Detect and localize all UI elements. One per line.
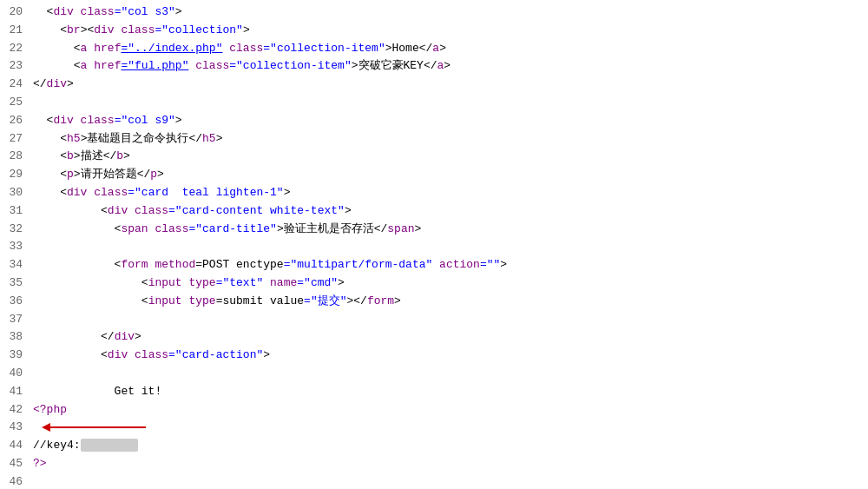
code-view: 20 <div class="col s3">21 <br><div class… [0,0,868,489]
line-content: </div> [33,76,868,94]
code-token: ="cmd" [297,276,338,289]
code-token: ="ful.php" [121,59,188,72]
code-token: < [33,5,53,18]
code-token: div [108,204,128,217]
code-token: < [33,59,81,72]
code-token: ="collection-item" [263,42,385,55]
code-token: input [148,276,182,289]
line-number: 21 [0,22,33,40]
code-line: 23 <a href="ful.php" class="collection-i… [0,57,868,76]
code-token: br [67,23,81,36]
code-token: < [33,204,108,217]
code-token: >描述</ [74,149,116,162]
code-token: class [222,42,263,55]
code-line: 41 Get it! [0,383,868,401]
line-number: 46 [0,473,33,489]
code-token: > [444,59,450,72]
code-token: ="../index.php" [121,42,222,55]
line-number: 37 [0,311,33,329]
code-token: a [432,42,439,55]
code-token: > [338,276,345,289]
line-number: 38 [0,328,33,347]
code-token: p [150,168,157,181]
code-token: div [53,114,73,127]
line-content: <a href="ful.php" class="collection-item… [33,57,868,76]
line-number: 23 [0,57,33,76]
line-number: 22 [0,40,33,58]
code-token: h5 [202,132,216,145]
red-arrow-icon [42,420,155,435]
line-number: 36 [0,293,33,311]
line-content: <br><div class="collection"> [33,22,868,40]
line-content: <p>请开始答题</p> [33,166,868,184]
line-content: </div> [33,328,868,347]
line-number: 31 [0,202,33,221]
line-number: 42 [0,401,33,420]
code-token: class [74,114,115,127]
code-line: 29 <p>请开始答题</p> [0,166,868,184]
code-token: div [67,186,87,199]
line-content: <div class="col s9"> [33,112,868,130]
code-line: 25 [0,94,868,112]
code-token: > [175,114,182,127]
code-token: method [148,258,196,271]
code-token: < [33,348,108,361]
code-token: class [115,23,155,36]
code-token: >请开始答题</ [74,168,150,181]
code-token: > [345,204,352,217]
line-number: 20 [0,3,33,22]
code-line: 46 [0,473,868,489]
line-number: 26 [0,112,33,130]
code-token: > [135,330,141,343]
line-number: 34 [0,256,33,274]
line-content: <div class="card teal lighten-1"> [33,184,868,202]
code-line: 20 <div class="col s3"> [0,3,868,22]
code-token: href [87,59,121,72]
code-token: ="col s3" [115,5,175,18]
code-token: > [500,258,507,271]
svg-marker-1 [42,423,50,432]
code-line: 24</div> [0,76,868,94]
code-token: div [115,330,135,343]
code-token: b [116,149,123,162]
code-token: >突破它豪KEY</ [352,59,437,72]
code-token: name [263,276,297,289]
code-token: </ [33,77,47,90]
code-token: input [148,294,182,307]
line-content: <div class="card-content white-text"> [33,202,868,221]
code-token: php [47,403,67,416]
code-token: >< [81,23,95,36]
line-content: <input type=submit value="提交"></form> [33,293,868,311]
code-token: =POST enctype [195,258,283,271]
line-number: 35 [0,274,33,293]
code-token: b [67,149,74,162]
code-line: 36 <input type=submit value="提交"></form> [0,293,868,311]
code-line: 27 <h5>基础题目之命令执行</h5> [0,130,868,149]
code-line: 43 [0,419,868,437]
line-content: ?> [33,455,868,473]
line-content: Get it! [33,383,868,401]
line-number: 40 [0,365,33,383]
blurred-key [81,439,138,452]
code-token: class [74,5,115,18]
code-token: > [243,23,250,36]
code-line: 32 <span class="card-title">验证主机是否存活</sp… [0,221,868,239]
code-token: < [33,132,67,145]
code-token: ="multipart/form-data" [284,258,433,271]
line-number: 25 [0,94,33,112]
line-number: 30 [0,184,33,202]
code-token: ="card teal lighten-1" [128,186,283,199]
code-token: >Home</ [385,42,433,55]
code-token: < [33,42,81,55]
code-token: ="card-action" [168,348,263,361]
line-content: <form method=POST enctype="multipart/for… [33,256,868,274]
code-token: action [432,258,480,271]
code-token: ></ [346,294,366,307]
line-number: 32 [0,221,33,239]
code-token: href [87,42,121,55]
line-content: <b>描述</b> [33,148,868,166]
code-token: > [157,168,164,181]
code-token: <? [33,403,47,416]
code-token: span [387,222,414,235]
line-number: 41 [0,383,33,401]
